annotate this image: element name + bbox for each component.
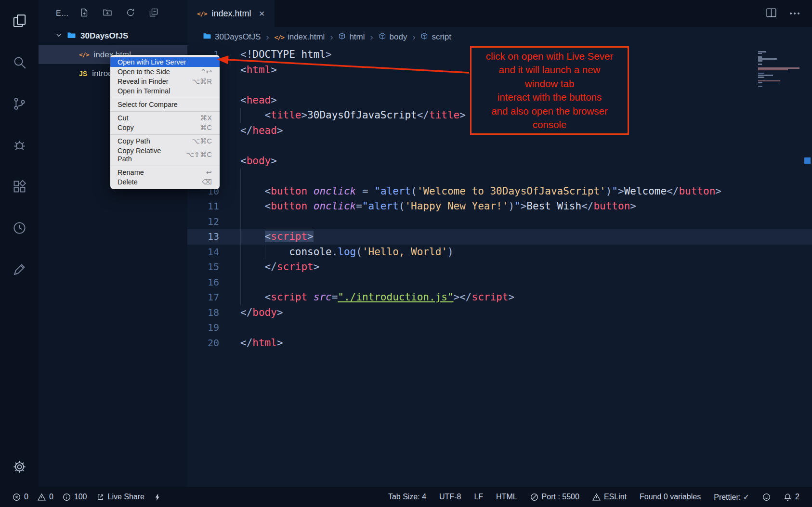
code-line-20[interactable]: 20</html>	[187, 336, 812, 351]
status-item-bolt[interactable]	[154, 493, 162, 501]
code-line-17[interactable]: 17 <script src="./introduction.js"></scr…	[187, 290, 812, 305]
breadcrumb-item-body[interactable]: body	[379, 32, 407, 42]
split-editor-icon[interactable]	[765, 7, 777, 21]
folder-row-30daysofjs[interactable]: 30DaysOfJS	[39, 27, 187, 45]
breadcrumb-item-script[interactable]: script	[420, 32, 451, 42]
line-content: <html>	[219, 63, 277, 78]
menu-item-copy[interactable]: Copy⌘C	[110, 123, 220, 132]
code-line-8[interactable]: 8<body>	[187, 154, 812, 169]
more-actions-icon[interactable]	[790, 13, 799, 14]
code-line-7[interactable]: 7	[187, 138, 812, 154]
menu-item-copy-path[interactable]: Copy Path⌥⌘C	[110, 136, 220, 146]
status-item-tab-size-4[interactable]: Tab Size: 4	[388, 493, 426, 501]
new-file-icon[interactable]	[79, 8, 89, 19]
status-item-0[interactable]: 0	[38, 493, 53, 501]
menu-item-label: Open to the Side	[118, 68, 170, 76]
menu-item-delete[interactable]: Delete⌫	[110, 177, 220, 187]
status-item-prettier-[interactable]: Prettier: ✓	[714, 493, 749, 502]
line-content	[219, 275, 240, 290]
code-line-14[interactable]: 14 console.log('Hello, World')	[187, 245, 812, 260]
menu-item-shortcut: ↩	[206, 169, 212, 177]
bolt-icon	[154, 493, 162, 501]
line-number: 14	[187, 245, 219, 260]
code-line-16[interactable]: 16	[187, 275, 812, 290]
menu-item-shortcut: ⌥⌘R	[192, 78, 212, 86]
tab-label: index.html	[211, 9, 251, 19]
menu-item-cut[interactable]: Cut⌘X	[110, 113, 220, 123]
source-control-icon[interactable]	[8, 92, 31, 115]
search-icon[interactable]	[8, 51, 31, 74]
status-label: 100	[74, 493, 87, 501]
tab-index-html[interactable]: </> index.html ×	[187, 0, 275, 27]
explorer-icon[interactable]	[8, 9, 31, 32]
breadcrumb-label: html	[349, 32, 365, 42]
menu-item-reveal-in-finder[interactable]: Reveal in Finder⌥⌘R	[110, 77, 220, 86]
breadcrumb-cube-icon	[420, 32, 428, 42]
code-line-18[interactable]: 18</body>	[187, 305, 812, 321]
code-line-9[interactable]: 9	[187, 169, 812, 184]
status-item-html[interactable]: HTML	[496, 493, 517, 501]
line-content: <script src="./introduction.js"></script…	[219, 290, 514, 305]
code-line-15[interactable]: 15 </script>	[187, 260, 812, 275]
breadcrumb-item-html[interactable]: html	[338, 32, 365, 42]
menu-item-copy-relative-path[interactable]: Copy Relative Path⌥⇧⌘C	[110, 146, 220, 164]
line-content: <title>30DaysOfJavaScript</title>	[219, 108, 466, 123]
status-label: HTML	[496, 493, 517, 501]
status-item-found-0-variables[interactable]: Found 0 variables	[640, 493, 701, 501]
pen-icon[interactable]	[8, 258, 31, 281]
breadcrumb-label: script	[432, 32, 451, 42]
menu-item-open-to-the-side[interactable]: Open to the Side⌃↩	[110, 67, 220, 77]
run-debug-icon[interactable]	[8, 133, 31, 156]
activity-bar	[0, 0, 39, 487]
status-item-utf-8[interactable]: UTF-8	[439, 493, 461, 501]
menu-item-open-with-live-server[interactable]: Open with Live Server	[110, 57, 220, 67]
status-item-100[interactable]: 100	[63, 493, 87, 501]
error-circle-icon	[13, 493, 21, 501]
line-content: </script>	[219, 260, 319, 275]
refresh-icon[interactable]	[126, 8, 135, 19]
status-label: 0	[49, 493, 53, 501]
close-icon[interactable]: ×	[259, 8, 265, 19]
status-item-2[interactable]: 2	[784, 493, 799, 501]
breadcrumb-label: body	[390, 32, 407, 42]
code-line-11[interactable]: 11 <button onclick="alert('Happy New Yea…	[187, 199, 812, 214]
code-line-19[interactable]: 19	[187, 320, 812, 336]
breadcrumb-cube-icon	[379, 32, 386, 42]
status-item-0[interactable]: 0	[13, 493, 28, 501]
tab-bar: </> index.html ×	[187, 0, 812, 27]
annotation-box: click on open with Live Severand it will…	[470, 46, 629, 135]
menu-item-shortcut: ⌥⇧⌘C	[186, 151, 212, 159]
minimap[interactable]	[758, 51, 800, 88]
line-content: </html>	[219, 336, 283, 351]
status-label: Live Share	[108, 493, 145, 501]
status-item-port-5500[interactable]: Port : 5500	[530, 493, 579, 501]
status-item-smiley[interactable]	[762, 493, 771, 501]
extensions-icon[interactable]	[8, 175, 31, 198]
annotation-line: window tab	[471, 77, 628, 91]
code-line-10[interactable]: 10 <button onclick = "alert('Welcome to …	[187, 184, 812, 199]
new-folder-icon[interactable]	[103, 8, 112, 19]
settings-gear-icon[interactable]	[8, 455, 31, 478]
code-line-12[interactable]: 12	[187, 214, 812, 230]
code-line-13[interactable]: 13 <script>	[187, 229, 812, 245]
collapse-all-icon[interactable]	[149, 8, 158, 19]
status-label: 0	[24, 493, 28, 501]
status-item-lf[interactable]: LF	[474, 493, 483, 501]
menu-item-open-in-terminal[interactable]: Open in Terminal	[110, 86, 220, 96]
menu-item-rename[interactable]: Rename↩	[110, 168, 220, 177]
html-file-icon: </>	[79, 51, 89, 58]
annotation-line: console	[471, 118, 628, 132]
explorer-actions	[79, 8, 158, 19]
menu-item-select-for-compare[interactable]: Select for Compare	[110, 100, 220, 109]
menu-item-shortcut: ⌃↩	[200, 68, 212, 76]
editor-actions	[765, 0, 812, 27]
line-number: 11	[187, 199, 219, 214]
status-item-eslint[interactable]: ESLint	[592, 493, 627, 501]
menu-separator	[110, 98, 220, 98]
line-content: <button onclick = "alert('Welcome to 30D…	[219, 184, 721, 199]
breadcrumb-item-index-html[interactable]: </>index.html	[274, 32, 325, 42]
breadcrumb-item-30daysofjs[interactable]: 30DaysOfJS	[203, 32, 261, 42]
status-item-live-share[interactable]: Live Share	[96, 493, 145, 501]
menu-item-shortcut: ⌘C	[200, 124, 212, 132]
history-icon[interactable]	[8, 216, 31, 239]
